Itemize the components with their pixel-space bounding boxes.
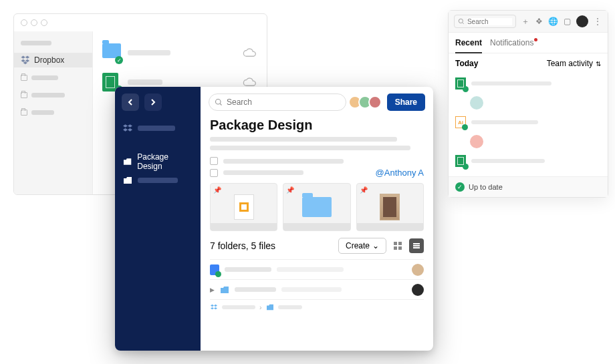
notification-badge bbox=[534, 38, 537, 41]
sidebar-item-label: Dropbox bbox=[34, 55, 64, 65]
svg-rect-2 bbox=[398, 242, 402, 245]
search-input[interactable] bbox=[454, 15, 516, 28]
sheet-icon bbox=[455, 77, 466, 89]
sidebar-item[interactable] bbox=[14, 87, 92, 102]
pin-icon: 📌 bbox=[286, 186, 294, 194]
tab-notifications[interactable]: Notifications bbox=[490, 33, 533, 53]
item-count: 7 folders, 5 files bbox=[210, 240, 275, 251]
activity-actor[interactable] bbox=[470, 94, 601, 112]
add-button[interactable]: ＋ bbox=[520, 16, 530, 27]
activity-item[interactable] bbox=[455, 73, 601, 94]
svg-rect-4 bbox=[398, 246, 402, 250]
activity-item[interactable] bbox=[455, 151, 601, 171]
sidebar-item[interactable] bbox=[14, 70, 92, 85]
file-tile-slides[interactable]: 📌 bbox=[210, 183, 277, 231]
activity-actor[interactable] bbox=[470, 132, 601, 151]
dropbox-app-window: Package Design Share Package Design @Ant… bbox=[115, 87, 433, 351]
avatar bbox=[470, 96, 483, 110]
svg-point-0 bbox=[216, 100, 221, 105]
svg-rect-1 bbox=[394, 242, 397, 245]
search-icon bbox=[215, 98, 223, 106]
share-button[interactable]: Share bbox=[387, 94, 425, 111]
cloud-icon bbox=[243, 48, 257, 57]
image-icon bbox=[380, 194, 400, 220]
dropbox-icon bbox=[210, 304, 218, 311]
pin-icon: 📌 bbox=[360, 186, 368, 194]
avatar[interactable] bbox=[576, 15, 588, 27]
check-icon: ✓ bbox=[455, 182, 465, 192]
file-tile-folder[interactable]: 📌 bbox=[283, 183, 350, 231]
folder-icon bbox=[220, 286, 229, 294]
list-view-toggle[interactable] bbox=[409, 238, 424, 253]
activity-item[interactable]: Ai bbox=[455, 112, 601, 132]
page-title: Package Design bbox=[210, 118, 424, 133]
svg-rect-7 bbox=[413, 247, 420, 248]
breadcrumb[interactable]: › bbox=[210, 299, 424, 311]
expand-icon[interactable]: ▶ bbox=[210, 287, 215, 293]
finder-sidebar: Dropbox bbox=[14, 31, 93, 194]
layers-icon[interactable]: ❖ bbox=[534, 17, 544, 26]
svg-rect-5 bbox=[413, 243, 420, 244]
list-item[interactable]: ▶ bbox=[210, 279, 424, 299]
svg-point-8 bbox=[459, 19, 463, 23]
list-item[interactable] bbox=[210, 259, 424, 279]
sidebar-item[interactable] bbox=[14, 35, 92, 50]
pin-icon: 📌 bbox=[213, 186, 221, 194]
sidebar-item-dropbox[interactable]: Dropbox bbox=[14, 53, 92, 67]
sync-status: ✓ Up to date bbox=[449, 176, 608, 197]
sort-icon: ⇅ bbox=[596, 60, 601, 67]
team-activity-toggle[interactable]: Team activity⇅ bbox=[547, 59, 601, 68]
checklist-item[interactable] bbox=[210, 157, 424, 165]
window-controls[interactable] bbox=[14, 14, 267, 31]
file-row[interactable]: ✓ bbox=[102, 38, 257, 67]
folder-icon bbox=[302, 197, 332, 217]
file-tile-image[interactable]: 📌 bbox=[356, 183, 424, 231]
sidebar-folder[interactable] bbox=[115, 171, 201, 190]
doc-icon bbox=[210, 264, 219, 275]
sidebar-item[interactable] bbox=[14, 105, 92, 120]
checklist-item[interactable]: @Anthony A bbox=[210, 168, 424, 178]
dropbox-icon bbox=[21, 55, 30, 65]
sidebar-root[interactable] bbox=[115, 119, 201, 138]
section-label: Today bbox=[455, 59, 478, 68]
check-icon: ✓ bbox=[115, 56, 123, 64]
sheet-icon bbox=[455, 155, 466, 167]
avatar bbox=[470, 135, 483, 148]
svg-rect-6 bbox=[413, 245, 420, 246]
search-input[interactable] bbox=[209, 94, 346, 111]
avatar bbox=[412, 284, 424, 296]
search-icon bbox=[458, 17, 465, 25]
globe-icon[interactable]: 🌐 bbox=[548, 17, 558, 26]
tab-recent[interactable]: Recent bbox=[455, 33, 482, 53]
folder-icon[interactable]: ▢ bbox=[562, 17, 572, 26]
collaborators[interactable] bbox=[352, 96, 382, 109]
folder-icon bbox=[123, 176, 132, 184]
sidebar-item-label: Package Design bbox=[137, 152, 193, 171]
dropbox-icon bbox=[123, 124, 132, 133]
mention[interactable]: @Anthony A bbox=[376, 168, 424, 178]
chevron-down-icon: ⌄ bbox=[372, 241, 379, 250]
sidebar-folder-package-design[interactable]: Package Design bbox=[115, 152, 201, 171]
folder-icon bbox=[266, 304, 274, 311]
create-button[interactable]: Create⌄ bbox=[338, 238, 386, 254]
nav-forward-button[interactable] bbox=[144, 94, 162, 111]
grid-view-toggle[interactable] bbox=[390, 238, 405, 253]
svg-rect-3 bbox=[394, 246, 397, 250]
app-sidebar: Package Design bbox=[115, 87, 201, 351]
nav-back-button[interactable] bbox=[122, 94, 139, 111]
activity-popover: ＋ ❖ 🌐 ▢ ⋮ Recent Notifications Today Tea… bbox=[448, 10, 608, 198]
more-icon[interactable]: ⋮ bbox=[592, 17, 602, 26]
cloud-icon bbox=[243, 77, 257, 87]
description-text bbox=[210, 137, 424, 154]
avatar bbox=[412, 264, 424, 276]
ai-file-icon: Ai bbox=[455, 116, 466, 128]
slides-icon bbox=[234, 194, 254, 220]
folder-icon bbox=[123, 158, 132, 166]
